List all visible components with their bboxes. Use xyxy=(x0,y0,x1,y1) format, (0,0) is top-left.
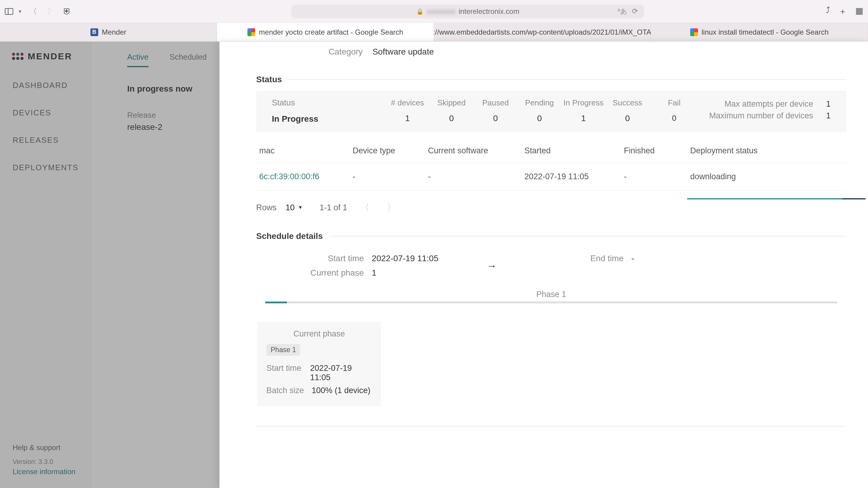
address-blurred-part: xxxxxxxx xyxy=(427,7,456,16)
current-phase-card: Current phase Phase 1 Start time2022-07-… xyxy=(257,322,381,406)
new-tab-icon[interactable]: ＋ xyxy=(838,6,847,17)
phase-progress: Phase 1 xyxy=(265,290,837,303)
address-url: interelectronix.com xyxy=(459,7,519,16)
status-summary-card: Status In Progress # devices Skipped Pau… xyxy=(256,91,846,132)
back-button[interactable]: 〈 xyxy=(27,6,39,17)
table-pagination: Rows 10 1-1 of 1 〈 〉 xyxy=(256,191,846,216)
favicon-bootstrap-icon: B xyxy=(90,28,98,36)
status-counts-grid: # devices Skipped Paused Pending In Prog… xyxy=(386,98,649,123)
favicon-google-icon xyxy=(247,28,255,36)
page-content: MENDER DASHBOARD DEVICES RELEASES DEPLOY… xyxy=(0,41,868,488)
forward-button[interactable]: 〉 xyxy=(45,6,58,17)
pager-prev[interactable]: 〈 xyxy=(356,201,374,214)
end-time-label: End time xyxy=(590,254,624,263)
tab-label: linux install timedatectl - Google Searc… xyxy=(702,28,829,36)
cell-finished: - xyxy=(621,163,687,191)
end-time-value: - xyxy=(631,254,634,263)
reload-icon[interactable]: ⟳ xyxy=(632,7,638,16)
cell-device-type: - xyxy=(350,163,425,191)
current-phase-label: Current phase xyxy=(310,268,364,278)
browser-tab-1[interactable]: mender yocto create artifact - Google Se… xyxy=(217,23,434,41)
rows-per-page-select[interactable]: 10 xyxy=(286,203,302,213)
privacy-shield-icon[interactable]: ⛨ xyxy=(63,6,71,16)
th-device-type[interactable]: Device type xyxy=(350,136,425,163)
deployment-detail-drawer: Category Software update Status Status I… xyxy=(219,41,868,488)
browser-tabstrip: B Mender mender yocto create artifact - … xyxy=(0,23,868,41)
translate-icon[interactable]: ᴬあ xyxy=(618,7,627,16)
category-row: Category Software update xyxy=(256,41,846,67)
category-value: Software update xyxy=(373,47,434,57)
lock-icon: 🔒 xyxy=(416,8,424,15)
phase-chip: Phase 1 xyxy=(267,344,300,356)
table-row[interactable]: 6c:cf:39:00:00:f6 - - 2022-07-19 11:05 -… xyxy=(256,163,846,191)
share-icon[interactable]: ⤴ xyxy=(826,6,830,17)
tab-overview-icon[interactable]: ▦ xyxy=(855,6,863,17)
favicon-google-icon xyxy=(690,28,698,36)
status-section-title: Status xyxy=(256,75,846,84)
th-started[interactable]: Started xyxy=(521,136,621,163)
tab-label: Mender xyxy=(102,28,126,36)
pager-next[interactable]: 〉 xyxy=(383,201,400,214)
phase-progress-fill xyxy=(265,301,287,303)
status-label: Status xyxy=(272,98,368,114)
phase-bar-label: Phase 1 xyxy=(265,290,837,301)
th-deployment-status[interactable]: Deployment status xyxy=(687,136,846,163)
start-time-label: Start time xyxy=(310,254,364,263)
cell-started: 2022-07-19 11:05 xyxy=(521,163,621,191)
drawer-bottom-divider xyxy=(256,426,846,427)
toolbar-dropdown-icon[interactable]: ▾ xyxy=(19,8,22,15)
th-mac[interactable]: mac xyxy=(256,136,350,163)
cell-deployment-status: downloading xyxy=(687,163,846,191)
status-value: In Progress xyxy=(272,114,368,124)
th-finished[interactable]: Finished xyxy=(621,136,687,163)
row-progress-bar xyxy=(687,198,866,199)
category-label: Category xyxy=(329,47,363,57)
browser-tab-2[interactable]: E https://www.embeddedartists.com/wp-con… xyxy=(434,23,651,41)
cell-mac[interactable]: 6c:cf:39:00:00:f6 xyxy=(256,163,350,191)
tab-label: mender yocto create artifact - Google Se… xyxy=(259,28,403,36)
phase-card-title: Current phase xyxy=(267,329,372,344)
browser-toolbar: ▾ 〈 〉 ⛨ 🔒 xxxxxxxx interelectronix.com ᴬ… xyxy=(0,0,868,23)
devices-table: mac Device type Current software Started… xyxy=(256,136,846,191)
browser-tab-3[interactable]: linux install timedatectl - Google Searc… xyxy=(651,23,868,41)
schedule-section-title: Schedule details xyxy=(256,231,846,241)
tab-label: https://www.embeddedartists.com/wp-conte… xyxy=(434,28,651,36)
rows-label: Rows xyxy=(256,203,277,213)
schedule-details: Start time 2022-07-19 11:05 Current phas… xyxy=(256,248,846,281)
pager-range: 1-1 of 1 xyxy=(311,203,347,213)
current-phase-value: 1 xyxy=(372,268,438,278)
th-current-software[interactable]: Current software xyxy=(425,136,521,163)
address-bar[interactable]: 🔒 xxxxxxxx interelectronix.com ᴬあ ⟳ xyxy=(291,4,644,19)
browser-tab-0[interactable]: B Mender xyxy=(0,23,217,41)
start-time-value: 2022-07-19 11:05 xyxy=(372,254,438,263)
sidebar-toggle-icon[interactable] xyxy=(5,8,13,15)
cell-current-software: - xyxy=(425,163,521,191)
status-limits: Max attempts per device1 Maximum number … xyxy=(709,98,831,122)
arrow-right-icon: → xyxy=(463,260,521,272)
